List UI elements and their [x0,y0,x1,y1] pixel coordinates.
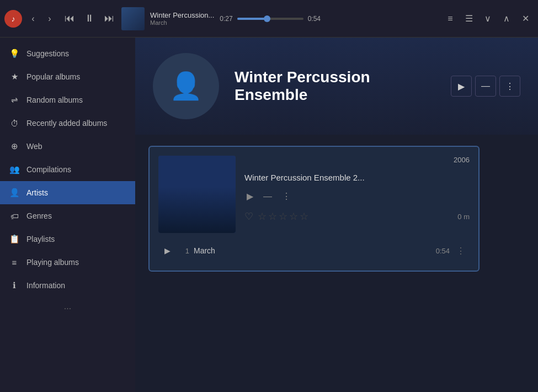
person-icon: 👤 [169,71,203,102]
star-4[interactable]: ☆ [289,210,298,223]
app-logo: ♪ [4,10,22,28]
stars-container: ☆ ☆ ☆ ☆ ☆ [258,210,308,223]
album-more-button[interactable]: ⋮ [280,189,293,204]
sidebar-item-compilations[interactable]: 👥 Compilations [0,158,135,181]
album-title: Winter Percussion Ensemble 2... [244,173,470,182]
next-track-button[interactable]: ⏭ [100,10,118,28]
sidebar-label-recently-added: Recently added albums [26,119,107,128]
prev-track-button[interactable]: ⏮ [61,10,78,28]
sidebar-icon-web: ⊕ [9,141,20,152]
progress-bar[interactable] [237,18,303,20]
sidebar-item-recently-added[interactable]: ⏱ Recently added albums [0,112,135,135]
sidebar-label-information: Information [26,281,65,290]
sidebar-item-playing-albums[interactable]: ≡ Playing albums [0,251,135,274]
star-1[interactable]: ☆ [258,210,267,223]
artist-name: Winter Percussion Ensemble [235,68,435,104]
sidebar-label-genres: Genres [26,211,52,220]
sidebar-icon-compilations: 👥 [9,164,20,175]
track-menu-button[interactable]: ⋮ [454,245,467,257]
content-area: 👤 Winter Percussion Ensemble ▶ — ⋮ 2006 … [135,38,538,392]
sidebar-item-popular-albums[interactable]: ★ Popular albums [0,65,135,88]
sidebar-label-popular-albums: Popular albums [26,72,80,81]
star-3[interactable]: ☆ [279,210,287,223]
album-rating-row: ♡ ☆ ☆ ☆ ☆ ☆ 0 m [244,210,470,223]
album-card-header: 2006 Winter Percussion Ensemble 2... ▶ —… [158,156,470,233]
track-info-area: Winter Percussion... March 0:27 0:54 [121,7,439,30]
artist-play-button[interactable]: ▶ [451,76,472,97]
sidebar-icon-popular-albums: ★ [9,71,20,82]
track-text-info: Winter Percussion... March [150,11,214,26]
track-duration: 0:54 [436,247,450,255]
queue-button[interactable]: ≡ [442,10,459,27]
chevron-up-button[interactable]: ∧ [498,10,515,27]
album-info: 2006 Winter Percussion Ensemble 2... ▶ —… [244,156,470,223]
track-name: March [194,246,432,255]
sidebar-icon-playing-albums: ≡ [9,257,20,268]
sidebar-icon-artists: 👤 [9,187,20,198]
time-current: 0:27 [220,15,232,23]
sidebar-more-dots: ... [0,297,135,316]
sidebar-icon-playlists: 📋 [9,234,20,245]
playback-controls: ⏮ ⏸ ⏭ [61,10,118,28]
track-number: 1 [178,247,189,255]
track-album-label: March [150,19,214,26]
artist-avatar: 👤 [153,53,219,119]
album-art [158,156,236,233]
topbar: ♪ ‹ › ⏮ ⏸ ⏭ Winter Percussion... March 0… [0,0,538,38]
progress-thumb [264,15,270,22]
table-row: ▶ 1 March 0:54 ⋮ [158,240,470,262]
star-2[interactable]: ☆ [268,210,277,223]
forward-button[interactable]: › [42,11,57,27]
sidebar-label-artists: Artists [26,188,48,197]
albums-area: 2006 Winter Percussion Ensemble 2... ▶ —… [135,135,538,392]
close-button[interactable]: ✕ [517,10,534,27]
sidebar-icon-information: ℹ [9,280,20,291]
album-play-button[interactable]: ▶ [244,189,255,204]
sidebar-icon-random-albums: ⇌ [9,94,20,105]
sidebar-label-playlists: Playlists [26,235,55,243]
star-5[interactable]: ☆ [300,210,308,223]
artist-header: 👤 Winter Percussion Ensemble ▶ — ⋮ [135,38,538,135]
main-layout: 💡 Suggestions ★ Popular albums ⇌ Random … [0,38,538,392]
sidebar-item-random-albums[interactable]: ⇌ Random albums [0,88,135,112]
album-actions-row: ▶ — ⋮ [244,189,470,204]
sidebar-label-web: Web [26,142,42,151]
album-thumbnail [158,156,236,233]
sidebar-item-information[interactable]: ℹ Information [0,274,135,297]
sidebar-item-suggestions[interactable]: 💡 Suggestions [0,42,135,65]
track-name-label: Winter Percussion... [150,11,214,19]
sidebar-label-playing-albums: Playing albums [26,258,79,267]
sidebar-item-artists[interactable]: 👤 Artists [0,181,135,204]
chevron-down-button[interactable]: ∨ [480,10,496,27]
heart-icon[interactable]: ♡ [244,210,253,223]
artist-actions: ▶ — ⋮ [451,76,520,97]
track-thumbnail-art [121,7,145,30]
menu-button[interactable]: ☰ [461,10,477,27]
nav-buttons: ‹ › [25,11,57,27]
track-thumbnail [121,7,145,30]
album-card: 2006 Winter Percussion Ensemble 2... ▶ —… [148,146,480,272]
artist-minus-button[interactable]: — [475,76,496,97]
artist-more-button[interactable]: ⋮ [499,76,520,97]
time-total: 0:54 [308,15,321,23]
progress-area: 0:27 0:54 [220,15,321,23]
sidebar: 💡 Suggestions ★ Popular albums ⇌ Random … [0,38,135,392]
back-button[interactable]: ‹ [25,11,41,27]
album-minus-button[interactable]: — [261,189,274,204]
track-play-button[interactable]: ▶ [161,244,174,257]
right-controls: ≡ ☰ ∨ ∧ ✕ [442,10,534,27]
sidebar-icon-suggestions: 💡 [9,48,20,59]
pause-button[interactable]: ⏸ [81,10,98,28]
sidebar-icon-genres: 🏷 [9,210,20,221]
sidebar-item-playlists[interactable]: 📋 Playlists [0,227,135,251]
album-duration: 0 m [457,213,470,221]
sidebar-icon-recently-added: ⏱ [9,118,20,129]
album-year: 2006 [244,156,470,164]
progress-fill [237,18,267,20]
sidebar-label-suggestions: Suggestions [26,49,69,58]
sidebar-label-random-albums: Random albums [26,96,83,104]
track-list: ▶ 1 March 0:54 ⋮ [158,240,470,262]
sidebar-item-web[interactable]: ⊕ Web [0,135,135,158]
sidebar-label-compilations: Compilations [26,165,71,174]
sidebar-item-genres[interactable]: 🏷 Genres [0,204,135,227]
